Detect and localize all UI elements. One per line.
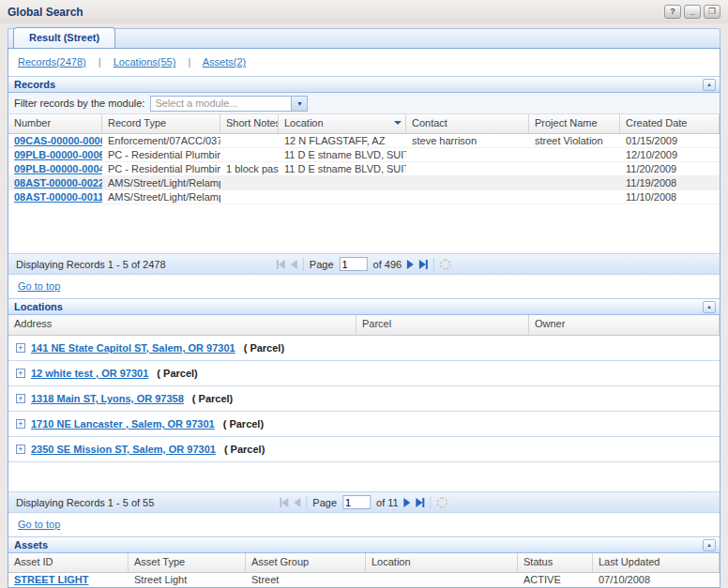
column-header-owner[interactable]: Owner xyxy=(529,315,720,335)
record-type-cell: AMS/Street/Light/Relamp xyxy=(102,190,220,204)
record-location-cell: 11 D E stname BLVD, SUITE u... xyxy=(279,148,406,161)
result-panel: Records(2478) | Locations(55) | Assets(2… xyxy=(8,48,720,588)
page-number-input[interactable] xyxy=(340,257,368,271)
go-to-top-link[interactable]: Go to top xyxy=(18,280,60,292)
first-page-icon[interactable] xyxy=(280,498,288,507)
locations-table-header: Address Parcel Owner xyxy=(8,315,720,336)
module-select-value: Select a module... xyxy=(151,97,291,111)
record-number-link[interactable]: 09PLB-00000-00045 xyxy=(14,163,102,174)
column-header-location[interactable]: Location xyxy=(279,114,406,133)
assets-collapse-icon[interactable]: ▲ xyxy=(703,539,716,551)
pager-separator xyxy=(433,258,434,271)
locations-pager: Page of 11 xyxy=(280,495,447,509)
table-row: 09PLB-00000-00045 PC - Residential Plumb… xyxy=(8,162,720,176)
column-header-asset-id[interactable]: Asset ID xyxy=(8,553,129,572)
asset-id-cell: STREET LIGHT xyxy=(8,573,129,588)
asset-id-link[interactable]: STREET LIGHT xyxy=(14,574,88,585)
column-header-number[interactable]: Number xyxy=(8,114,102,133)
record-number-link[interactable]: 09PLB-00000-00066 xyxy=(14,149,102,160)
module-select[interactable]: Select a module... ▼ xyxy=(150,96,308,112)
record-short-notes-cell xyxy=(220,134,279,147)
expand-icon[interactable]: + xyxy=(16,445,25,454)
previous-page-icon[interactable] xyxy=(294,498,300,507)
column-header-asset-group[interactable]: Asset Group xyxy=(246,553,366,572)
tab-result-street[interactable]: Result (Street) xyxy=(13,27,115,48)
record-number-cell: 09PLB-00000-00045 xyxy=(8,162,102,175)
page-number-input[interactable] xyxy=(342,495,371,509)
record-created-date-cell: 11/19/2008 xyxy=(620,176,720,189)
assets-count-link[interactable]: Assets(2) xyxy=(203,56,246,68)
record-number-cell: 09CAS-00000-00004 xyxy=(8,134,102,147)
column-header-contact[interactable]: Contact xyxy=(406,114,529,133)
locations-count-link[interactable]: Locations(55) xyxy=(114,56,176,68)
column-header-record-type[interactable]: Record Type xyxy=(102,114,220,133)
maximize-icon[interactable]: ❐ xyxy=(704,5,720,19)
record-location-cell: 12 N FLAGSTAFF, AZ xyxy=(279,134,406,147)
parcel-suffix: ( Parcel) xyxy=(223,418,264,430)
record-type-cell: PC - Residential Plumbing xyxy=(102,162,220,175)
address-link[interactable]: 12 white test , OR 97301 xyxy=(31,368,148,379)
chevron-down-icon[interactable]: ▼ xyxy=(291,97,307,111)
next-page-icon[interactable] xyxy=(404,498,411,507)
help-icon[interactable]: ? xyxy=(664,5,681,19)
column-header-project-name[interactable]: Project Name xyxy=(529,114,620,133)
previous-page-icon[interactable] xyxy=(291,260,297,269)
record-contact-cell xyxy=(406,148,529,161)
page-label: Page xyxy=(312,497,337,508)
records-collapse-icon[interactable]: ▲ xyxy=(703,79,716,91)
last-page-icon[interactable] xyxy=(417,498,425,507)
expand-icon[interactable]: + xyxy=(16,394,25,403)
parcel-suffix: ( Parcel) xyxy=(192,393,233,404)
record-project-name-cell xyxy=(529,148,620,161)
expand-icon[interactable]: + xyxy=(16,343,25,353)
next-page-icon[interactable] xyxy=(407,260,414,269)
record-created-date-cell: 11/10/2008 xyxy=(620,190,720,204)
record-contact-cell xyxy=(406,190,529,204)
records-go-to-top-row: Go to top xyxy=(8,275,720,298)
record-number-link[interactable]: 08AST-00000-00119 xyxy=(14,191,102,203)
address-link[interactable]: 141 NE State Capitol ST, Salem, OR 97301 xyxy=(31,342,235,354)
locations-collapse-icon[interactable]: ▲ xyxy=(703,301,716,313)
column-header-asset-type[interactable]: Asset Type xyxy=(129,553,246,572)
column-header-created-date[interactable]: Created Date xyxy=(620,114,720,133)
record-type-cell: PC - Residential Plumbing xyxy=(102,148,220,161)
refresh-icon[interactable] xyxy=(440,259,451,270)
column-menu-arrow-icon[interactable] xyxy=(394,121,402,125)
address-link[interactable]: 2350 SE Mission ST, Salem, OR 97301 xyxy=(31,444,216,455)
window-titlebar: Global Search ? _ ❐ xyxy=(0,0,728,23)
record-project-name-cell xyxy=(529,162,620,175)
address-link[interactable]: 1710 NE Lancaster , Salem, OR 97301 xyxy=(31,418,215,430)
expand-icon[interactable]: + xyxy=(16,369,25,378)
column-header-last-updated[interactable]: Last Updated xyxy=(593,553,720,572)
link-separator: | xyxy=(99,56,101,68)
minimize-icon[interactable]: _ xyxy=(684,5,701,19)
first-page-icon[interactable] xyxy=(277,260,285,269)
record-number-link[interactable]: 08AST-00000-00226 xyxy=(14,177,102,188)
records-section-header: Records ▲ xyxy=(8,76,720,93)
locations-section-title: Locations xyxy=(14,301,63,312)
record-type-cell: Enforcement/07ACC/03799/C... xyxy=(102,134,220,147)
tab-bar: Result (Street) xyxy=(0,23,728,48)
column-header-status[interactable]: Status xyxy=(518,553,593,572)
column-header-short-notes[interactable]: Short Notes xyxy=(220,114,279,133)
column-header-location[interactable]: Location xyxy=(366,553,518,572)
list-item: + 1318 Main ST, Lyons, OR 97358 ( Parcel… xyxy=(8,386,720,412)
address-link[interactable]: 1318 Main ST, Lyons, OR 97358 xyxy=(31,393,184,404)
expand-icon[interactable]: + xyxy=(16,419,25,429)
column-header-parcel[interactable]: Parcel xyxy=(356,315,529,335)
record-number-cell: 08AST-00000-00119 xyxy=(8,190,102,204)
refresh-icon[interactable] xyxy=(437,497,448,508)
asset-type-cell: Street Light xyxy=(129,573,246,588)
pager-separator xyxy=(306,496,307,509)
locations-go-to-top-row: Go to top xyxy=(8,513,720,536)
asset-location-cell xyxy=(366,573,518,588)
column-header-address[interactable]: Address xyxy=(8,315,356,335)
record-project-name-cell xyxy=(529,176,620,189)
record-number-link[interactable]: 09CAS-00000-00004 xyxy=(14,135,102,146)
list-item: + 12 white test , OR 97301 ( Parcel) xyxy=(8,361,720,386)
last-page-icon[interactable] xyxy=(419,260,428,269)
parcel-suffix: ( Parcel) xyxy=(244,342,284,354)
records-count-link[interactable]: Records(2478) xyxy=(18,56,86,68)
go-to-top-link[interactable]: Go to top xyxy=(18,519,60,530)
table-row: STREET LIGHT Street Light Street ACTIVE … xyxy=(8,573,720,588)
